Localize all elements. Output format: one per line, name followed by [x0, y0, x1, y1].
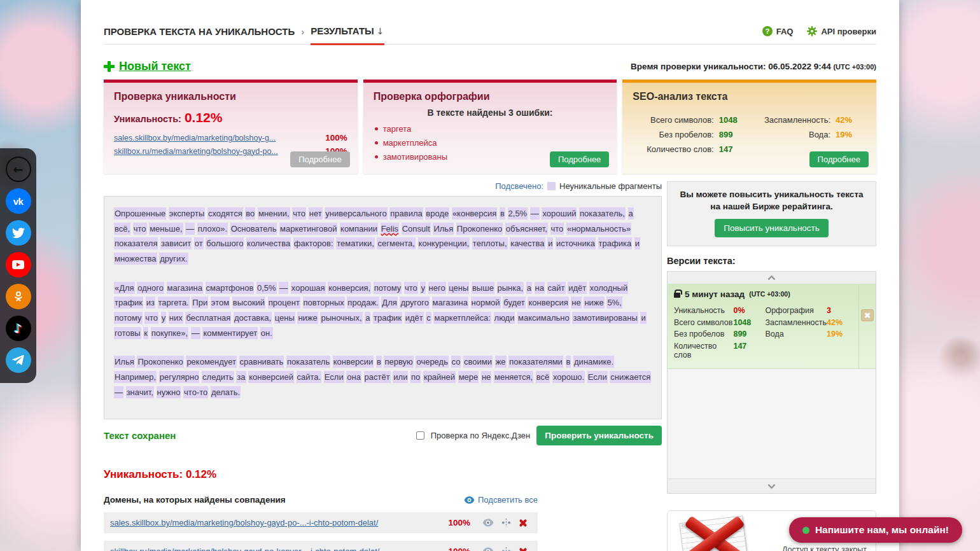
- domain-link[interactable]: skillbox.ru/media/marketing/bolshoy-gayd…: [110, 547, 443, 551]
- version-delete-button[interactable]: [861, 309, 874, 321]
- uniqueness-more-button[interactable]: Подробнее: [290, 151, 349, 167]
- highlighted-word: сходятся: [207, 207, 243, 220]
- highlighted-word: или: [393, 371, 408, 383]
- stat-value: 1048: [733, 318, 759, 327]
- highlighted-word: что: [133, 223, 147, 235]
- vk-icon[interactable]: vk: [6, 188, 31, 214]
- highlighted-word: потому: [374, 282, 402, 294]
- new-text-link[interactable]: Новый текст: [104, 60, 191, 73]
- highlighted-word: идёт: [405, 312, 424, 324]
- youtube-icon[interactable]: [6, 252, 31, 277]
- eye-icon[interactable]: [482, 519, 494, 527]
- checked-text-area[interactable]: Опрошенные эксперты сходятся во мнении, …: [104, 196, 662, 419]
- yandex-zen-checkbox[interactable]: [416, 431, 424, 440]
- odnoklassniki-icon[interactable]: [6, 284, 31, 309]
- versions-scroll-up[interactable]: [668, 272, 876, 284]
- highlighted-word: других.: [159, 253, 188, 265]
- api-link[interactable]: API проверки: [807, 26, 876, 36]
- highlighted-word: конверсии: [333, 356, 374, 368]
- new-text-label: Новый текст: [119, 60, 191, 73]
- stat-label: Заспамленность:: [764, 115, 830, 125]
- availability-text-1: Доступ к тексту закрыт. Если вы хотите о…: [780, 545, 868, 551]
- highlighted-word: сайта.: [297, 371, 322, 383]
- highlighted-word: 2,5%: [508, 207, 528, 220]
- telegram-icon[interactable]: [6, 347, 31, 373]
- highlighted-word: а: [628, 207, 634, 220]
- compare-icon[interactable]: [501, 547, 511, 551]
- domain-percent: 100%: [448, 518, 470, 527]
- stat-value: 899: [733, 330, 759, 338]
- highlighted-word: процент: [268, 296, 300, 309]
- social-sidebar: ← vk ♪: [0, 148, 36, 383]
- highlighted-word: следить: [202, 371, 234, 383]
- breadcrumb-results[interactable]: РЕЗУЛЬТАТЫ: [311, 25, 374, 36]
- delete-domain-button[interactable]: [519, 519, 528, 527]
- highlighted-word: универсального: [325, 207, 387, 220]
- vk-glyph: vk: [13, 196, 24, 207]
- breadcrumb-check-text[interactable]: ПРОВЕРКА ТЕКСТА НА УНИКАЛЬНОСТЬ: [104, 26, 295, 37]
- domain-link[interactable]: sales.skillbox.by/media/marketing/bolsho…: [110, 518, 443, 527]
- highlight-matches-button[interactable]: [482, 519, 494, 527]
- spelling-error-item[interactable]: маркетплейса: [374, 138, 607, 148]
- highlighted-word: из: [146, 296, 155, 309]
- highlight-matches-button[interactable]: [482, 547, 494, 551]
- highlighted-word: она: [346, 371, 361, 383]
- seo-more-button[interactable]: Подробнее: [809, 151, 869, 167]
- compare-icon[interactable]: [501, 518, 511, 527]
- delete-domain-button[interactable]: [519, 547, 528, 551]
- faq-link[interactable]: ? FAQ: [762, 26, 794, 36]
- highlighted-word: в: [376, 356, 382, 368]
- match-source-link[interactable]: skillbox.ru/media/marketing/bolshoy-gayd…: [114, 146, 278, 158]
- tiktok-note-glyph: ♪: [14, 321, 22, 335]
- highlighted-word: показателя: [114, 237, 158, 249]
- twitter-icon[interactable]: [6, 220, 31, 246]
- highlight-all-label: Подсветить все: [478, 495, 538, 505]
- highlighted-word: хорошая: [291, 282, 326, 294]
- uniqueness-result-heading: Уникальность: 0.12%: [104, 468, 662, 481]
- highlighted-word: конверсия: [528, 296, 568, 309]
- raise-uniqueness-button[interactable]: Повысить уникальность: [715, 219, 829, 237]
- highlighted-word: идёт: [568, 282, 587, 294]
- highlighted-word: за: [236, 371, 246, 383]
- highlighted-word: вроде: [425, 207, 449, 220]
- highlighted-word: Илья: [433, 223, 454, 235]
- online-dot-icon: [802, 527, 809, 534]
- highlight-all-link[interactable]: Подсветить все: [464, 495, 538, 505]
- chat-button[interactable]: Напишите нам, мы онлайн!: [789, 517, 962, 543]
- highlighted-word: показатель,: [579, 207, 626, 220]
- breadcrumb-results-wrap[interactable]: РЕЗУЛЬТАТЫ↓: [311, 25, 384, 45]
- spelling-subtitle: В тексте найдены 3 ошибки:: [374, 108, 607, 118]
- highlighted-word: смартфонов: [206, 282, 255, 294]
- compare-text-button[interactable]: [501, 518, 511, 527]
- highlighted-word: бесплатная: [185, 312, 231, 324]
- eye-icon[interactable]: [482, 547, 494, 551]
- api-label: API проверки: [821, 27, 876, 36]
- highlighted-word: делать.: [211, 386, 241, 398]
- chevron-up-icon: [767, 275, 776, 283]
- highlighted-word: регулярно: [159, 371, 200, 383]
- highlighted-word: —: [191, 327, 200, 339]
- uniqueness-metric: Уникальность:0.12%: [114, 110, 347, 125]
- highlighted-word: доставка,: [234, 312, 272, 324]
- stat-value: 42%: [827, 318, 852, 327]
- back-arrow-icon: ←: [13, 162, 24, 176]
- check-time-tz: (UTC +03:00): [833, 63, 876, 71]
- highlighted-word: и: [547, 237, 553, 249]
- highlighted-word: объясняет,: [505, 223, 548, 235]
- tiktok-icon[interactable]: ♪: [6, 316, 31, 341]
- text-paragraph: Опрошенные эксперты сходятся во мнении, …: [114, 206, 652, 267]
- back-arrow-button[interactable]: ←: [6, 157, 31, 182]
- check-uniqueness-button[interactable]: Проверить уникальность: [536, 426, 662, 445]
- stat-value: 1048: [719, 115, 750, 125]
- compare-text-button[interactable]: [501, 547, 511, 551]
- version-item[interactable]: 5 минут назад (UTC +03:00) Уникальность0…: [668, 284, 876, 370]
- spelling-error-item[interactable]: таргета: [374, 124, 607, 134]
- versions-scroll-down[interactable]: [668, 478, 876, 493]
- spelling-more-button[interactable]: Подробнее: [550, 151, 609, 167]
- lock-icon: [674, 293, 680, 298]
- highlighted-word: цены: [448, 282, 469, 294]
- stat-label: Орфография: [765, 306, 827, 315]
- highlighted-word: ниже: [297, 312, 318, 324]
- match-source-link[interactable]: sales.skillbox.by/media/marketing/bolsho…: [114, 132, 276, 144]
- highlighted-word: что-то: [183, 386, 208, 398]
